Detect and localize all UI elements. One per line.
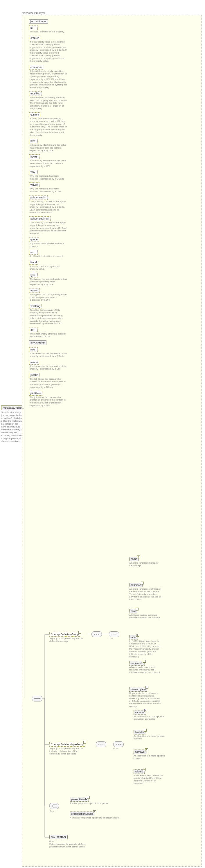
sequence-icon[interactable]	[113, 741, 124, 747]
element-persondetails[interactable]: personDetails	[70, 797, 88, 802]
attr-desc: The type of the concept assigned as cont…	[30, 293, 67, 302]
element-desc: A natural language definition of the sem…	[129, 588, 161, 601]
attr-desc: A qualified code which identifies a conc…	[30, 242, 67, 248]
attr-qcode[interactable]: qcode	[29, 237, 39, 242]
element-hierarchyinfo[interactable]: hierarchyInfo	[129, 687, 147, 692]
type-frame: attributes idThe local identifier of the…	[22, 15, 202, 867]
attr-custom[interactable]: custom	[29, 112, 41, 117]
attr-role[interactable]: role	[29, 347, 38, 352]
expand-icon[interactable]	[136, 634, 139, 637]
attr-desc: Why the metadata has been included - exp…	[30, 175, 67, 180]
attr-pubconstraint[interactable]: pubconstraint	[29, 195, 48, 200]
element-broader[interactable]: broader	[133, 730, 146, 735]
expand-icon[interactable]	[141, 582, 144, 585]
expand-icon[interactable]	[78, 631, 81, 634]
attr-desc: A refinement of the semantics of the pro…	[30, 365, 67, 370]
attr-desc: Why the metadata has been included - exp…	[30, 187, 67, 193]
attr-desc: Specifies the language of this property …	[30, 309, 67, 325]
element-desc: A natural language name for the concept.	[129, 562, 161, 567]
attr-desc: If the property value is not defined, sp…	[30, 40, 67, 63]
attr-modified[interactable]: modified	[29, 91, 42, 96]
sequence-icon[interactable]	[109, 631, 119, 637]
any-label: any	[30, 341, 35, 344]
attr-desc: If set to true the corresponding propert…	[30, 117, 67, 137]
attr-creatoruri[interactable]: creatoruri	[29, 65, 43, 69]
element-definition[interactable]: definition	[129, 583, 143, 587]
root-element-box[interactable]: metadataCreator	[1, 405, 24, 410]
occurrence: 0..∞	[109, 637, 113, 640]
attr-uri[interactable]: uri	[29, 250, 38, 255]
element-desc: A group of properties specific to an org…	[70, 816, 122, 819]
attribute-list: idThe local identifier of the property.c…	[29, 25, 70, 407]
attr-whyuri[interactable]: whyuri	[29, 183, 40, 187]
element-organisationdetails[interactable]: organisationDetails	[70, 811, 95, 816]
attributes-header[interactable]: attributes	[29, 20, 48, 24]
element-desc: A link to an item or a web resource whic…	[129, 666, 161, 674]
attr-literal[interactable]: literal	[29, 260, 38, 265]
attributes-panel: attributes idThe local identifier of the…	[29, 18, 70, 409]
element-remoteinfo[interactable]: remoteInfo	[129, 661, 145, 665]
attr-dir[interactable]: dir	[29, 328, 38, 332]
attr-creator[interactable]: creator	[29, 36, 40, 40]
attr-jobtitle[interactable]: jobtitle	[29, 373, 40, 377]
root-element-name: metadataCreator	[3, 406, 23, 409]
any-other-element[interactable]: any ##other	[49, 835, 68, 839]
attr-desc: A refinement of the semantics of the pro…	[30, 352, 67, 358]
element-desc: In NAR 1.8 and later, facet is deprecate…	[129, 640, 161, 658]
attr-xmllang[interactable]: xml:lang	[29, 304, 42, 308]
element-desc: Additional natural language information …	[129, 614, 161, 619]
occurrence: 0..∞	[113, 747, 118, 750]
element-narrower[interactable]: narrower	[133, 749, 147, 754]
element-name[interactable]: name	[129, 557, 139, 561]
attr-desc: The job title of the person who created …	[30, 396, 67, 407]
attr-desc: One or many constraints that apply to pu…	[30, 200, 67, 214]
attr-roleuri[interactable]: roleuri	[29, 360, 39, 365]
attr-typeuri[interactable]: typeuri	[29, 288, 40, 293]
expand-icon[interactable]	[144, 729, 147, 732]
element-desc: An identifier of a concept with equivale…	[133, 715, 165, 720]
sequence-icon[interactable]	[92, 631, 102, 637]
expand-icon[interactable]	[137, 556, 140, 558]
collapse-icon[interactable]	[30, 20, 34, 23]
sequence-icon[interactable]	[96, 741, 106, 747]
attr-how[interactable]: how	[29, 139, 38, 143]
attr-desc: The local identifier of the property.	[30, 30, 67, 33]
group-conceptrelationships[interactable]: ConceptRelationshipsGroup	[49, 742, 85, 747]
attr-why[interactable]: why	[29, 170, 38, 174]
occurrence: 0..∞	[50, 810, 54, 812]
expand-icon[interactable]	[83, 741, 86, 744]
element-desc: An identifier of a more specific concept…	[133, 754, 165, 760]
attr-pubconstrainturi[interactable]: pubconstrainturi	[29, 216, 51, 221]
expand-icon[interactable]	[143, 768, 146, 771]
group-name: ConceptDefinitionGroup	[51, 633, 79, 636]
element-sameas[interactable]: sameAs	[133, 710, 146, 715]
attr-howuri[interactable]: howuri	[29, 154, 40, 159]
element-desc: Represents the position of a concept in …	[129, 692, 161, 708]
expand-icon[interactable]	[144, 709, 147, 712]
expand-icon[interactable]	[145, 748, 148, 751]
choice-icon[interactable]	[49, 803, 59, 809]
group-conceptdefinition[interactable]: ConceptDefinitionGroup	[49, 632, 80, 637]
xsd-diagram: metadataCreator Specifies the entity (pe…	[0, 0, 205, 868]
expand-icon[interactable]	[87, 796, 90, 799]
attributes-label: attributes	[36, 20, 47, 23]
attr-id[interactable]: id	[29, 26, 38, 30]
attr-other[interactable]: any ##other	[29, 340, 47, 345]
element-related[interactable]: related	[133, 769, 145, 774]
element-desc: A set of properties specific to a person	[70, 802, 122, 805]
expand-icon[interactable]	[136, 608, 138, 611]
attr-type[interactable]: type	[29, 273, 38, 277]
expand-icon[interactable]	[143, 660, 146, 663]
element-facet[interactable]: facet	[129, 635, 138, 640]
expand-icon[interactable]	[146, 686, 148, 689]
type-header: FlexAuthorPropType	[22, 11, 46, 14]
group-desc: A group of properties required to define…	[49, 637, 83, 642]
sequence-icon[interactable]	[32, 696, 43, 702]
element-note[interactable]: note	[129, 609, 137, 613]
attr-jobtitleuri[interactable]: jobtitleuri	[29, 391, 43, 396]
expand-icon[interactable]	[93, 810, 96, 813]
attr-desc: The type of the concept assigned as cont…	[30, 278, 67, 286]
attr-desc: Indicates by which means the value was e…	[30, 159, 67, 168]
element-desc: An identifier of a more generic concept.	[133, 735, 165, 740]
attr-desc: The date (and, optionally, the time) whe…	[30, 96, 67, 110]
